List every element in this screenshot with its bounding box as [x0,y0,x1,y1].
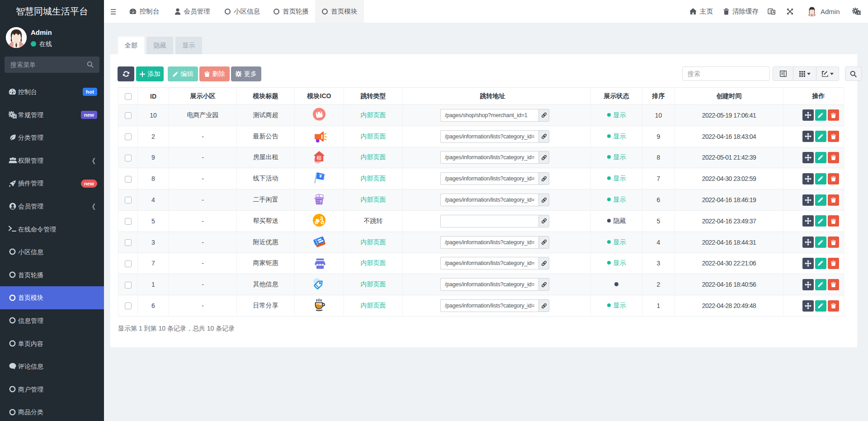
svg-text:租: 租 [317,155,322,161]
svg-text:二手: 二手 [316,199,323,203]
svg-text:A: A [772,10,775,14]
